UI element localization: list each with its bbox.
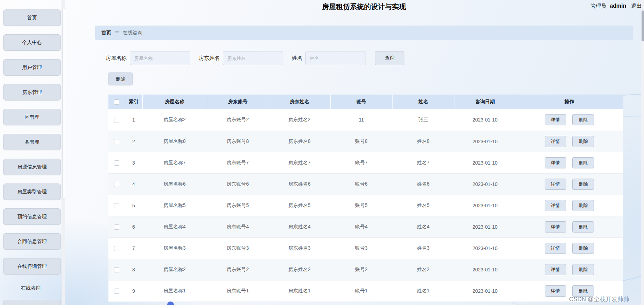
row-checkbox[interactable] — [114, 160, 119, 166]
sidebar-item-user-management[interactable]: 用户管理 — [3, 59, 61, 76]
sidebar-item-label: 区管理 — [25, 114, 40, 120]
cell-date: 2023-01-10 — [454, 216, 516, 237]
table-row: 8 房屋名称2 房东账号2 房东姓名2 账号2 姓名2 2023-01-10 详… — [108, 259, 623, 280]
page-title: 房屋租赁系统的设计与实现 — [95, 2, 633, 12]
sidebar-item-profile[interactable]: 个人中心 — [3, 34, 61, 51]
row-checkbox[interactable] — [114, 139, 119, 144]
cell-date: 2023-01-10 — [454, 152, 516, 173]
sidebar-item-landlord-management[interactable]: 房东管理 — [3, 84, 61, 100]
cell-name: 姓名1 — [392, 280, 454, 301]
sidebar-item-housing-info-management[interactable]: 房源信息管理 — [3, 159, 61, 175]
col-header-landlord-account: 房东账号 — [207, 95, 269, 109]
row-checkbox[interactable] — [114, 289, 119, 294]
table-row: 3 房屋名称7 房东账号7 房东姓名7 账号7 姓名7 2023-01-10 详… — [108, 152, 623, 173]
delete-button[interactable]: 删除 — [572, 157, 594, 168]
cell-date: 2023-01-10 — [454, 173, 516, 195]
table-row: 4 房屋名称6 房东账号6 房东姓名6 账号6 姓名6 2023-01-10 详… — [108, 173, 623, 195]
cell-landlord-name: 房东姓名7 — [269, 152, 330, 173]
detail-button[interactable]: 详情 — [545, 243, 566, 254]
sidebar-item-partial[interactable] — [3, 300, 61, 305]
breadcrumb-home-link[interactable]: 首页 — [101, 30, 111, 36]
sidebar-item-reservation-management[interactable]: 预约信息管理 — [3, 208, 61, 225]
detail-button[interactable]: 详情 — [545, 285, 566, 297]
select-all-checkbox[interactable] — [114, 99, 119, 105]
cell-house-name: 房屋名称2 — [142, 109, 207, 131]
sidebar-item-label: 用户管理 — [22, 64, 42, 70]
cell-account: 账号4 — [330, 216, 392, 237]
user-role-label: 管理员 — [590, 3, 606, 9]
row-checkbox[interactable] — [114, 267, 119, 272]
cell-name: 姓名5 — [392, 195, 454, 216]
cell-house-name: 房屋名称7 — [142, 152, 207, 173]
house-name-input[interactable] — [130, 51, 190, 65]
delete-button[interactable]: 删除 — [572, 179, 594, 190]
table-row: 6 房屋名称4 房东账号4 房东姓名4 账号4 姓名4 2023-01-10 详… — [108, 216, 623, 237]
col-header-actions: 操作 — [516, 95, 623, 109]
delete-button[interactable]: 删除 — [572, 221, 594, 233]
cell-date: 2023-01-10 — [454, 237, 516, 259]
row-checkbox[interactable] — [114, 118, 119, 123]
sidebar-item-label: 首页 — [27, 15, 37, 20]
sidebar-item-district-management[interactable]: 区管理 — [3, 109, 61, 125]
select-all-header — [108, 95, 125, 109]
delete-button[interactable]: 删除 — [572, 243, 594, 254]
cell-account: 账号7 — [330, 152, 392, 173]
cell-index: 3 — [125, 152, 142, 173]
delete-button[interactable]: 删除 — [572, 285, 594, 297]
delete-button[interactable]: 删除 — [572, 200, 594, 211]
batch-delete-button[interactable]: 删除 — [108, 72, 133, 85]
cell-name: 姓名7 — [392, 152, 454, 173]
cell-house-name: 房屋名称8 — [142, 131, 207, 152]
detail-button[interactable]: 详情 — [545, 179, 566, 190]
cell-account: 11 — [330, 109, 392, 131]
cell-date: 2023-01-10 — [454, 259, 516, 280]
sidebar-item-house-type-management[interactable]: 房屋类型管理 — [3, 183, 61, 200]
cell-name: 姓名4 — [392, 216, 454, 237]
cell-index: 2 — [125, 131, 142, 152]
sidebar-item-county-management[interactable]: 县管理 — [3, 134, 61, 150]
detail-button[interactable]: 详情 — [545, 264, 566, 275]
detail-button[interactable]: 详情 — [545, 157, 566, 168]
table-row: 5 房屋名称5 房东账号5 房东姓名5 账号5 姓名5 2023-01-10 详… — [108, 195, 623, 216]
table-row: 7 房屋名称3 房东账号3 房东姓名3 账号3 姓名3 2023-01-10 详… — [108, 237, 623, 259]
row-checkbox[interactable] — [114, 224, 119, 230]
cell-index: 4 — [125, 173, 142, 195]
cell-landlord-name: 房东姓名6 — [269, 173, 330, 195]
detail-button[interactable]: 详情 — [545, 200, 566, 211]
row-checkbox[interactable] — [114, 246, 119, 251]
delete-button[interactable]: 删除 — [572, 264, 594, 275]
name-input[interactable] — [305, 51, 366, 65]
query-button[interactable]: 查询 — [375, 51, 404, 65]
sidebar-item-label: 房源信息管理 — [17, 164, 47, 169]
detail-button[interactable]: 详情 — [545, 114, 566, 125]
detail-button[interactable]: 详情 — [545, 221, 566, 233]
cell-landlord-account: 房东账号1 — [207, 280, 269, 301]
row-checkbox[interactable] — [114, 203, 119, 208]
page-scrollbar-thumb[interactable] — [642, 11, 644, 41]
sidebar-item-contract-management[interactable]: 合同信息管理 — [3, 233, 61, 250]
landlord-name-input[interactable] — [223, 51, 283, 65]
sidebar-item-home[interactable]: 首页 — [3, 9, 61, 26]
delete-button[interactable]: 删除 — [572, 136, 594, 147]
cell-landlord-account: 房东账号7 — [207, 152, 269, 173]
cell-index: 1 — [125, 109, 142, 131]
cell-house-name: 房屋名称6 — [142, 173, 207, 195]
sidebar-item-online-consult-management[interactable]: 在线咨询管理 — [3, 258, 61, 275]
row-checkbox[interactable] — [114, 182, 119, 187]
cell-house-name: 房屋名称1 — [142, 280, 207, 301]
table-header-row: 索引 房屋名称 房东账号 房东姓名 账号 姓名 咨询日期 操作 — [108, 95, 623, 109]
cell-house-name: 房屋名称5 — [142, 195, 207, 216]
sidebar-subitem-online-consult[interactable]: 在线咨询 — [0, 283, 62, 293]
toolbar: 删除 — [108, 72, 133, 85]
delete-button[interactable]: 删除 — [572, 114, 594, 125]
detail-button[interactable]: 详情 — [545, 136, 566, 147]
sidebar-scrollbar[interactable] — [62, 0, 65, 305]
col-header-name: 姓名 — [392, 95, 454, 109]
sidebar-scrollbar-thumb[interactable] — [62, 8, 65, 199]
page-scrollbar[interactable] — [641, 0, 644, 305]
cell-house-name: 房屋名称3 — [142, 237, 207, 259]
name-label: 姓名 — [292, 55, 302, 62]
cell-landlord-account: 房东账号2 — [207, 259, 269, 280]
user-info: 管理员 admin 退出登录 — [590, 3, 644, 9]
col-header-house-name: 房屋名称 — [142, 95, 207, 109]
